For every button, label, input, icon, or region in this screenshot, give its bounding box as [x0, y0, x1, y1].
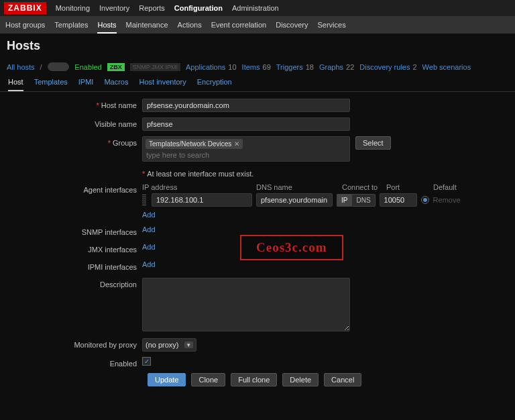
- connect-ip[interactable]: IP: [337, 194, 351, 207]
- all-hosts-link[interactable]: All hosts: [7, 63, 35, 71]
- add-jmx-interface-link[interactable]: Add: [142, 243, 156, 251]
- zbx-badge: ZBX: [107, 63, 125, 71]
- full-clone-button[interactable]: Full clone: [231, 373, 277, 386]
- agent-port-input[interactable]: [380, 193, 417, 207]
- description-textarea[interactable]: [142, 278, 350, 331]
- nav-monitoring[interactable]: Monitoring: [56, 4, 90, 12]
- subnav-actions[interactable]: Actions: [178, 21, 202, 29]
- col-dns: DNS name: [256, 183, 342, 191]
- host-pill[interactable]: [48, 62, 70, 71]
- count-items: 69: [263, 63, 271, 71]
- col-connect: Connect to: [342, 183, 386, 191]
- visible-name-label: Visible name: [0, 117, 142, 128]
- button-row: Update Clone Full clone Delete Cancel: [0, 373, 515, 386]
- col-port: Port: [386, 183, 433, 191]
- snmp-interfaces-label: SNMP interfaces: [0, 225, 142, 236]
- group-tag: Templates/Network Devices ✕: [146, 139, 243, 149]
- filter-web-scenarios[interactable]: Web scenarios: [422, 63, 471, 71]
- drag-handle-icon[interactable]: [142, 195, 146, 205]
- enabled-checkbox[interactable]: [142, 357, 151, 366]
- top-nav: ZABBIX Monitoring Inventory Reports Conf…: [0, 0, 515, 16]
- groups-label: *Groups: [0, 136, 142, 147]
- nav-reports[interactable]: Reports: [139, 4, 165, 12]
- watermark: Ceos3c.com: [240, 235, 343, 260]
- add-agent-interface-link[interactable]: Add: [142, 211, 156, 219]
- nav-administration[interactable]: Administration: [232, 4, 279, 12]
- tab-macros[interactable]: Macros: [104, 78, 128, 91]
- chevron-down-icon: ▾: [184, 342, 193, 348]
- subnav-host-groups[interactable]: Host groups: [5, 21, 45, 29]
- tab-host-inventory[interactable]: Host inventory: [139, 78, 186, 91]
- description-label: Description: [0, 278, 142, 288]
- cancel-button[interactable]: Cancel: [324, 373, 361, 386]
- monitored-by-value: (no proxy): [146, 341, 179, 349]
- select-groups-button[interactable]: Select: [355, 136, 391, 150]
- delete-button[interactable]: Delete: [282, 373, 319, 386]
- agent-interface-row: IP DNS Remove: [142, 193, 502, 207]
- host-name-input[interactable]: [142, 99, 350, 112]
- filter-graphs[interactable]: Graphs: [319, 63, 343, 71]
- page-title: Hosts: [0, 34, 515, 60]
- filter-applications[interactable]: Applications: [186, 63, 225, 71]
- ipmi-interfaces-label: IPMI interfaces: [0, 260, 142, 271]
- subnav-services[interactable]: Services: [318, 21, 346, 29]
- subnav-discovery[interactable]: Discovery: [276, 21, 308, 29]
- update-button[interactable]: Update: [148, 373, 186, 386]
- subnav-event-correlation[interactable]: Event correlation: [211, 21, 267, 29]
- nav-configuration[interactable]: Configuration: [174, 4, 223, 12]
- clone-button[interactable]: Clone: [191, 373, 225, 386]
- subnav-templates[interactable]: Templates: [54, 21, 88, 29]
- visible-name-input[interactable]: [142, 117, 350, 131]
- agent-interfaces-label: Agent interfaces: [0, 183, 142, 194]
- tab-host[interactable]: Host: [8, 78, 23, 91]
- add-snmp-interface-link[interactable]: Add: [142, 225, 156, 233]
- agent-ip-input[interactable]: [152, 193, 252, 207]
- logo: ZABBIX: [4, 2, 46, 14]
- jmx-interfaces-label: JMX interfaces: [0, 243, 142, 254]
- other-badges: SNMP JMX IPMI: [130, 63, 180, 71]
- subnav-hosts[interactable]: Hosts: [97, 21, 116, 34]
- sub-nav: Host groups Templates Hosts Maintenance …: [0, 16, 515, 34]
- interface-hint: *At least one interface must exist.: [142, 170, 502, 178]
- group-tag-label: Templates/Network Devices: [149, 140, 231, 148]
- default-radio[interactable]: [421, 196, 429, 204]
- nav-inventory[interactable]: Inventory: [99, 4, 129, 12]
- groups-box[interactable]: Templates/Network Devices ✕: [142, 136, 350, 162]
- col-default: Default: [433, 183, 457, 191]
- connect-to-toggle[interactable]: IP DNS: [337, 194, 376, 207]
- filter-discovery-rules[interactable]: Discovery rules: [359, 63, 410, 71]
- status-enabled: Enabled: [74, 63, 101, 71]
- tab-templates[interactable]: Templates: [34, 78, 68, 91]
- remove-interface-link: Remove: [433, 196, 461, 204]
- remove-group-icon[interactable]: ✕: [234, 140, 239, 148]
- count-graphs: 22: [346, 63, 354, 71]
- monitored-by-select[interactable]: (no proxy) ▾: [142, 338, 196, 352]
- filter-items[interactable]: Items: [242, 63, 260, 71]
- add-ipmi-interface-link[interactable]: Add: [142, 260, 156, 268]
- host-name-label: *Host name: [0, 99, 142, 109]
- connect-dns[interactable]: DNS: [351, 194, 375, 207]
- tab-encryption[interactable]: Encryption: [197, 78, 232, 91]
- host-tabs: Host Templates IPMI Macros Host inventor…: [0, 74, 515, 92]
- count-discovery: 2: [412, 63, 416, 71]
- tab-ipmi[interactable]: IPMI: [78, 78, 94, 91]
- subnav-maintenance[interactable]: Maintenance: [126, 21, 168, 29]
- count-applications: 10: [228, 63, 236, 71]
- col-ip: IP address: [142, 183, 256, 191]
- filter-row: All hosts / Enabled ZBX SNMP JMX IPMI Ap…: [0, 60, 515, 74]
- breadcrumb-sep: /: [40, 63, 42, 71]
- agent-dns-input[interactable]: [256, 193, 333, 207]
- count-triggers: 18: [306, 63, 314, 71]
- enabled-label: Enabled: [0, 357, 142, 368]
- monitored-by-label: Monitored by proxy: [0, 338, 142, 349]
- groups-search-input[interactable]: [146, 149, 340, 160]
- filter-triggers[interactable]: Triggers: [276, 63, 303, 71]
